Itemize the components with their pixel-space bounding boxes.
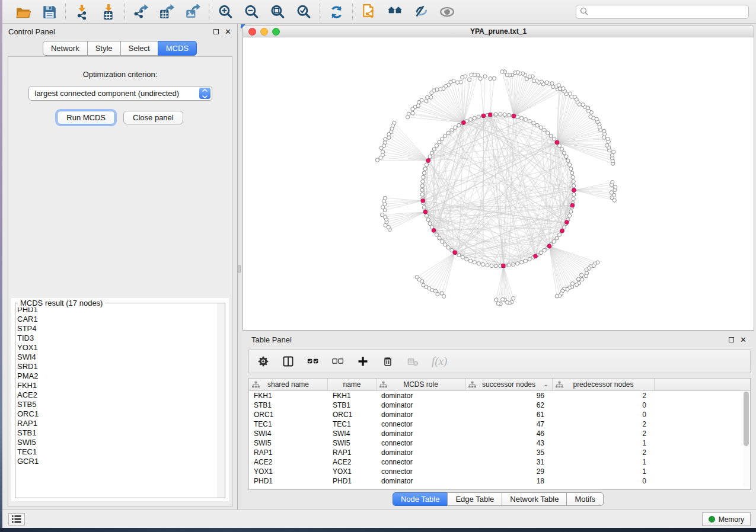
- table-row[interactable]: STB1STB1dominator620: [249, 400, 750, 410]
- open-file-button[interactable]: [14, 3, 32, 21]
- mcds-result-item[interactable]: STP4: [16, 324, 217, 334]
- table-row[interactable]: TEC1TEC1connector472: [249, 419, 750, 429]
- tab-mcds[interactable]: MCDS: [158, 41, 197, 56]
- mcds-result-item[interactable]: STB1: [16, 428, 217, 438]
- tab-edge-table[interactable]: Edge Table: [447, 492, 502, 506]
- table-scrollbar-thumb[interactable]: [744, 392, 749, 446]
- tab-style[interactable]: Style: [87, 41, 121, 56]
- export-network-button[interactable]: [132, 3, 149, 21]
- table-cell: STB1: [249, 400, 328, 410]
- show-column-panel-button[interactable]: [282, 355, 294, 367]
- export-table-button[interactable]: [158, 3, 176, 21]
- table-row[interactable]: SWI5SWI5connector431: [249, 438, 750, 448]
- mcds-result-item[interactable]: SRD1: [16, 362, 217, 371]
- table-cell: 2: [553, 429, 655, 438]
- column-type-icon: [556, 382, 563, 388]
- column-header-successor-nodes[interactable]: successor nodes⌄: [465, 379, 553, 390]
- tab-select[interactable]: Select: [120, 41, 158, 56]
- column-header-MCDS-role[interactable]: MCDS role: [377, 379, 465, 390]
- focus-corner-marker: [241, 24, 245, 29]
- table-row[interactable]: ORC1ORC1dominator610: [249, 410, 750, 419]
- table-cell: ACE2: [249, 457, 328, 467]
- share-network-icon: [361, 4, 377, 20]
- mcds-result-item[interactable]: FKH1: [16, 381, 217, 390]
- zoom-fit-icon: [270, 4, 285, 20]
- table-cell: SWI4: [328, 429, 377, 438]
- hide-details-button[interactable]: [412, 3, 430, 21]
- function-builder-button[interactable]: f(x): [432, 355, 447, 368]
- share-network-button[interactable]: [360, 3, 378, 21]
- table-cell: FKH1: [249, 391, 328, 400]
- network-window-titlebar[interactable]: YPA_prune.txt_1: [243, 25, 754, 37]
- table-cell: 29: [465, 467, 553, 476]
- run-mcds-button[interactable]: Run MCDS: [57, 111, 115, 124]
- window-minimize-icon[interactable]: [260, 28, 268, 36]
- table-cell: ORC1: [328, 410, 377, 419]
- delete-column-button[interactable]: [382, 355, 394, 367]
- column-header-name[interactable]: name: [328, 379, 377, 390]
- export-image-button[interactable]: [184, 3, 202, 21]
- table-cell: STB1: [328, 400, 377, 410]
- table-row[interactable]: ACE2ACE2connector311: [249, 457, 750, 467]
- add-column-button[interactable]: [357, 355, 369, 367]
- table-row[interactable]: YOX1YOX1connector291: [249, 467, 750, 476]
- zoom-fit-button[interactable]: [269, 3, 286, 21]
- mcds-result-item[interactable]: PMA2: [16, 371, 217, 381]
- close-table-panel-icon[interactable]: ✕: [740, 336, 747, 344]
- tab-network-table[interactable]: Network Table: [502, 492, 567, 506]
- mcds-result-item[interactable]: ORC1: [16, 409, 217, 419]
- select-all-rows-button[interactable]: [307, 355, 319, 367]
- table-panel-titlebar: Table Panel ✕: [241, 332, 756, 348]
- window-close-icon[interactable]: [248, 28, 256, 36]
- task-history-button[interactable]: [8, 513, 25, 525]
- zoom-in-button[interactable]: [216, 3, 234, 21]
- tab-node-table[interactable]: Node Table: [393, 492, 448, 506]
- float-panel-icon[interactable]: [213, 29, 219, 34]
- main-toolbar: [2, 0, 756, 24]
- memory-button[interactable]: Memory: [702, 512, 751, 526]
- settings-gear-button[interactable]: [257, 355, 269, 367]
- close-panel-icon[interactable]: ✕: [225, 28, 231, 36]
- import-table-button[interactable]: [99, 3, 117, 21]
- delete-table-button[interactable]: [407, 355, 419, 367]
- tab-motifs[interactable]: Motifs: [566, 492, 604, 506]
- zoom-selected-button[interactable]: [295, 3, 312, 21]
- mcds-result-item[interactable]: CAR1: [16, 315, 217, 324]
- table-row[interactable]: FKH1FKH1dominator962: [249, 391, 750, 400]
- window-zoom-icon[interactable]: [272, 28, 280, 36]
- graph-leaf-nodes[interactable]: [375, 70, 617, 306]
- deselect-all-rows-button[interactable]: [332, 355, 344, 367]
- export-table-icon: [159, 4, 174, 20]
- mcds-result-item[interactable]: RAP1: [16, 419, 217, 428]
- mcds-result-item[interactable]: SWI4: [16, 352, 217, 362]
- column-header-shared-name[interactable]: shared name: [249, 379, 328, 390]
- table-row[interactable]: RAP1RAP1dominator352: [249, 448, 750, 457]
- import-network-button[interactable]: [73, 3, 91, 21]
- mcds-result-item[interactable]: STB5: [16, 400, 217, 409]
- close-panel-button[interactable]: Close panel: [123, 111, 183, 124]
- first-neighbors-button[interactable]: [386, 3, 404, 21]
- float-table-panel-icon[interactable]: [729, 337, 734, 342]
- table-cell: RAP1: [249, 448, 328, 457]
- mcds-result-item[interactable]: YOX1: [16, 343, 217, 352]
- mcds-result-scrollbar[interactable]: [218, 303, 225, 498]
- table-row[interactable]: SWI4SWI4dominator462: [249, 429, 750, 438]
- optimization-criterion-select[interactable]: largest connected component (undirected): [28, 86, 212, 101]
- network-canvas[interactable]: [243, 37, 754, 330]
- search-input[interactable]: [576, 5, 749, 19]
- mcds-result-item[interactable]: TID3: [16, 334, 217, 343]
- mcds-result-item[interactable]: ACE2: [16, 390, 217, 400]
- save-session-button[interactable]: [40, 3, 58, 21]
- tab-network[interactable]: Network: [43, 41, 88, 56]
- zoom-out-button[interactable]: [243, 3, 260, 21]
- table-scrollbar[interactable]: [743, 392, 749, 486]
- table-cell: dominator: [377, 400, 465, 410]
- memory-status-icon: [709, 516, 715, 523]
- column-header-predecessor-nodes[interactable]: predecessor nodes: [553, 379, 655, 390]
- show-details-button[interactable]: [438, 3, 456, 21]
- table-row[interactable]: PHD1PHD1dominator180: [249, 476, 750, 486]
- refresh-view-button[interactable]: [327, 3, 345, 21]
- mcds-result-item[interactable]: GCR1: [16, 457, 217, 466]
- mcds-result-item[interactable]: TEC1: [16, 447, 217, 457]
- mcds-result-item[interactable]: SWI5: [16, 438, 217, 447]
